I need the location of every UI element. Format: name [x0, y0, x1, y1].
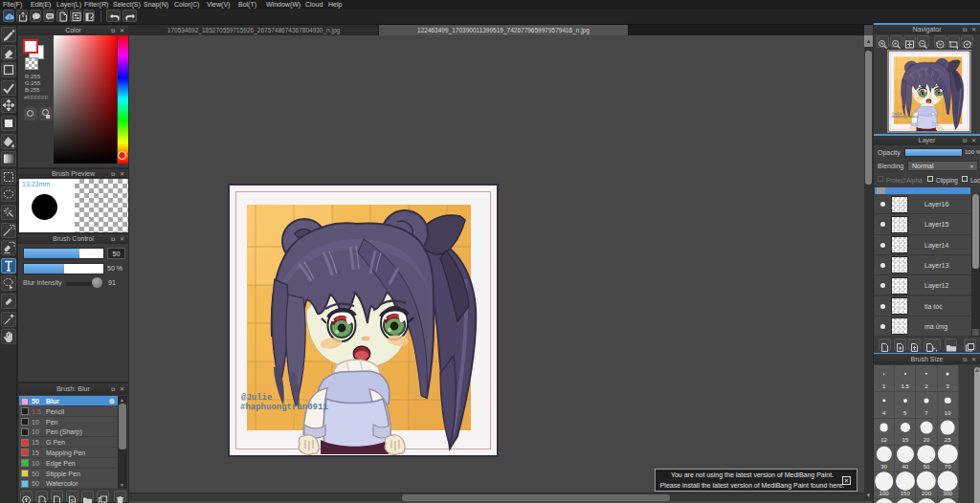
- svg-text:@Julie: @Julie: [241, 393, 272, 403]
- svg-text:S: S: [71, 498, 75, 503]
- svg-text:#haphuongtran0911: #haphuongtran0911: [240, 403, 328, 412]
